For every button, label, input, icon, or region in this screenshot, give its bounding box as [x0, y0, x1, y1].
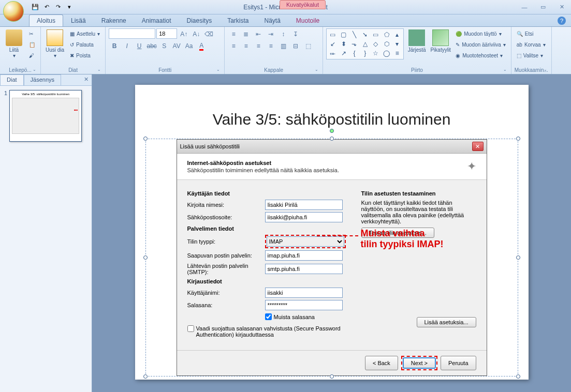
- selected-image[interactable]: Lisää uusi sähköpostitili ✕ Internet-säh…: [145, 139, 518, 376]
- incoming-input[interactable]: [265, 250, 343, 261]
- case-icon[interactable]: Aa: [183, 40, 195, 52]
- smartart-icon[interactable]: ⬚: [302, 40, 314, 52]
- arrange-button[interactable]: Järjestä: [406, 28, 428, 54]
- resize-handle[interactable]: [143, 255, 148, 260]
- italic-icon[interactable]: I: [121, 40, 133, 52]
- qat-more-icon[interactable]: ▾: [64, 2, 75, 12]
- underline-icon[interactable]: U: [134, 40, 145, 52]
- align-left-icon[interactable]: ≡: [228, 40, 239, 52]
- redo-icon[interactable]: ↷: [53, 2, 63, 12]
- line-spacing-icon[interactable]: ↕: [277, 28, 289, 40]
- resize-handle[interactable]: [516, 255, 520, 260]
- bullets-icon[interactable]: ≡: [228, 28, 239, 40]
- dialog-left-col: Käyttäjän tiedot Kirjoita nimesi: Sähköp…: [187, 187, 346, 343]
- name-input[interactable]: [265, 200, 343, 210]
- find-button[interactable]: 🔍 Etsi: [515, 28, 548, 39]
- paste-button[interactable]: Liitä▾: [3, 28, 25, 59]
- bold-icon[interactable]: B: [109, 40, 120, 52]
- resize-handle[interactable]: [330, 137, 334, 141]
- numbering-icon[interactable]: ≣: [240, 28, 252, 40]
- outgoing-label: Lähtevän postin palvelin (SMTP):: [187, 263, 265, 275]
- shape-fill-button[interactable]: 🟢 Muodon täyttö ▾: [453, 28, 508, 39]
- more-settings-button[interactable]: Lisää asetuksia...: [417, 317, 476, 327]
- cancel-button[interactable]: Peruuta: [441, 356, 476, 370]
- minimize-icon[interactable]: —: [518, 3, 531, 12]
- help-icon[interactable]: ?: [558, 17, 566, 25]
- resize-handle[interactable]: [516, 374, 520, 379]
- tab-insert[interactable]: Lisää: [63, 14, 94, 26]
- align-center-icon[interactable]: ≡: [240, 40, 252, 52]
- tab-animations[interactable]: Animaatiot: [134, 14, 179, 26]
- resize-handle[interactable]: [143, 137, 148, 141]
- font-family-combo[interactable]: [109, 28, 155, 39]
- quickstyles-button[interactable]: Pikatyylit: [430, 28, 451, 54]
- resize-handle[interactable]: [516, 137, 520, 141]
- shrink-font-icon[interactable]: A↓: [191, 28, 202, 40]
- back-button[interactable]: < Back: [365, 356, 398, 370]
- panel-tab-slides[interactable]: Diat: [0, 74, 24, 85]
- replace-button[interactable]: ab Korvaa ▾: [515, 39, 548, 50]
- shape-effects-button[interactable]: ◉ Muototehosteet ▾: [453, 50, 508, 61]
- shape-outline-button[interactable]: ✎ Muodon ääriviiva ▾: [453, 39, 508, 50]
- select-button[interactable]: ⬚ Valitse ▾: [515, 50, 548, 61]
- resize-handle[interactable]: [143, 374, 148, 379]
- shadow-icon[interactable]: S: [158, 40, 170, 52]
- contextual-tab-label: Kuvatyökalut: [280, 0, 326, 9]
- highlight-imap: IMAP: [265, 235, 346, 248]
- maximize-icon[interactable]: ▭: [537, 3, 549, 12]
- indent-dec-icon[interactable]: ⇤: [253, 28, 264, 40]
- tab-format[interactable]: Muotoile: [288, 14, 327, 26]
- dialog-close-icon[interactable]: ✕: [472, 142, 484, 151]
- email-label: Sähköpostiosoite:: [187, 214, 265, 220]
- slide-thumbnail[interactable]: 1 Vaihe 3/5: sähköpostitilin luominen ■■…: [4, 90, 87, 142]
- outgoing-input[interactable]: [265, 264, 343, 274]
- group-editing: 🔍 Etsi ab Korvaa ▾ ⬚ Valitse ▾ Muokkaami…: [511, 27, 552, 74]
- email-dialog: Lisää uusi sähköpostitili ✕ Internet-säh…: [177, 139, 487, 376]
- password-input[interactable]: [265, 300, 343, 310]
- delete-button[interactable]: ✖ Poista: [68, 50, 102, 61]
- text-direction-icon[interactable]: ↧: [290, 28, 301, 40]
- shapes-gallery[interactable]: ▭▢╲➘▭⬠▴ ↙⬍⬎△◇⬡▾ ⬰↗{}☆◯≡: [326, 28, 404, 59]
- align-right-icon[interactable]: ≡: [253, 40, 264, 52]
- window-controls: — ▭ ✕: [518, 3, 568, 12]
- group-drawing: ▭▢╲➘▭⬠▴ ↙⬍⬎△◇⬡▾ ⬰↗{}☆◯≡ Järjestä Pikatyy…: [323, 27, 511, 74]
- reset-button[interactable]: ↺ Palauta: [68, 39, 102, 50]
- undo-icon[interactable]: ↶: [41, 2, 52, 12]
- clear-format-icon[interactable]: ⌫: [203, 28, 214, 40]
- account-type-select[interactable]: IMAP: [267, 236, 344, 247]
- remember-checkbox[interactable]: [265, 313, 272, 320]
- close-icon[interactable]: ✕: [555, 3, 568, 12]
- strike-icon[interactable]: abc: [146, 40, 157, 52]
- dialog-header: Internet-sähköpostin asetukset Sähköpost…: [177, 154, 487, 180]
- save-icon[interactable]: 💾: [30, 2, 40, 12]
- indent-inc-icon[interactable]: ⇥: [265, 28, 276, 40]
- tab-review[interactable]: Tarkista: [219, 14, 256, 26]
- format-painter-icon[interactable]: 🖌: [27, 50, 37, 61]
- spacing-icon[interactable]: AV: [171, 40, 182, 52]
- columns-icon[interactable]: ▥: [277, 40, 289, 52]
- copy-icon[interactable]: 📋: [27, 39, 37, 50]
- panel-close-icon[interactable]: ✕: [81, 74, 92, 85]
- slide: Vaihe 3/5: sähköpostitilin luominen Lisä…: [135, 85, 529, 380]
- tab-slideshow[interactable]: Diaesitys: [179, 14, 219, 26]
- tab-home[interactable]: Aloitus: [29, 14, 63, 26]
- justify-icon[interactable]: ≡: [265, 40, 276, 52]
- new-slide-button[interactable]: Uusi dia▾: [44, 28, 66, 59]
- font-color-icon[interactable]: A: [196, 40, 207, 52]
- layout-button[interactable]: ▦ Asettelu ▾: [68, 28, 102, 39]
- rotate-handle[interactable]: [330, 129, 334, 133]
- spa-checkbox[interactable]: [187, 325, 194, 332]
- tab-design[interactable]: Rakenne: [94, 14, 134, 26]
- panel-tab-outline[interactable]: Jäsennys: [24, 74, 61, 85]
- email-input[interactable]: [265, 212, 343, 222]
- next-button[interactable]: Next >: [403, 357, 436, 369]
- tab-view[interactable]: Näytä: [257, 14, 288, 26]
- resize-handle[interactable]: [330, 374, 334, 379]
- cut-icon[interactable]: ✂: [27, 28, 37, 39]
- remember-label: Muista salasana: [274, 314, 315, 320]
- office-button[interactable]: [3, 1, 24, 22]
- username-input[interactable]: [265, 288, 343, 298]
- font-size-combo[interactable]: [156, 28, 177, 39]
- grow-font-icon[interactable]: A↑: [178, 28, 189, 40]
- align-text-icon[interactable]: ⊟: [290, 40, 301, 52]
